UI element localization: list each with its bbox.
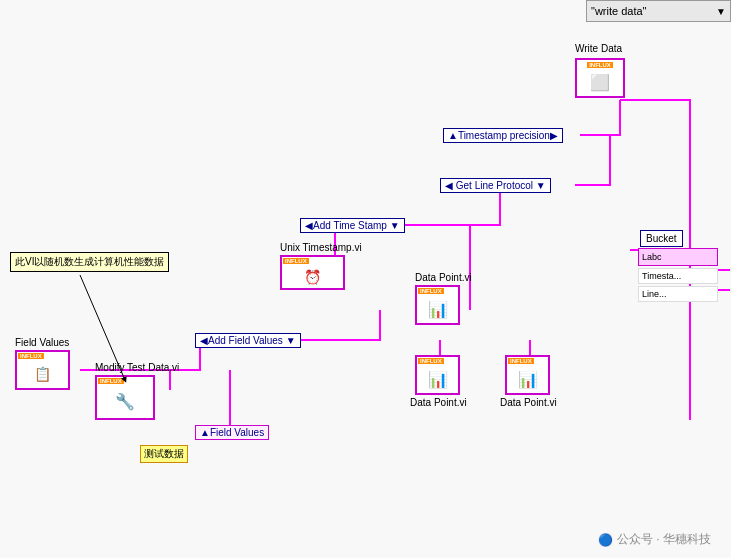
unix-timestamp-container: Unix Timestamp.vi INFLUX ⏰ [280, 255, 345, 290]
test-data-label: 测试数据 [140, 445, 188, 463]
field-values-node[interactable]: INFLUX 📋 [15, 350, 70, 390]
modify-test-node[interactable]: INFLUX 🔧 [95, 375, 155, 420]
top-bar-label: "write data" [591, 5, 716, 17]
modify-test-container: Modify Test Data.vi INFLUX 🔧 [95, 375, 155, 420]
field-values-label: Field Values [15, 337, 69, 348]
unix-icon: ⏰ [304, 269, 321, 285]
field-values-bottom-connector[interactable]: ▲Field Values [195, 425, 269, 440]
unix-badge: INFLUX [283, 258, 309, 264]
line-text: Line... [642, 289, 667, 299]
top-bar-arrow: ▼ [716, 6, 726, 17]
write-data-icon: ⬜ [590, 73, 610, 92]
get-line-protocol-label: ◀ Get Line Protocol ▼ [445, 180, 546, 191]
data-point-mid2-label: Data Point.vi [500, 397, 557, 408]
field-values-bottom-label: ▲Field Values [200, 427, 264, 438]
data-point-top-label: Data Point.vi [415, 272, 472, 283]
data-point-mid2-node[interactable]: INFLUX 📊 [505, 355, 550, 395]
annotation-box: 此VI以随机数生成计算机性能数据 [10, 252, 169, 272]
timestamp-precision-connector[interactable]: ▲Timestamp precision▶ [443, 128, 563, 143]
watermark-text: 公众号 · 华穗科技 [617, 531, 711, 548]
timestamp-text: Timesta... [642, 271, 681, 281]
top-bar[interactable]: "write data" ▼ [586, 0, 731, 22]
data-point-top-container: Data Point.vi INFLUX 📊 [415, 285, 460, 325]
write-data-container: Write Data INFLUX ⬜ [575, 58, 625, 98]
add-time-stamp-connector[interactable]: ◀Add Time Stamp ▼ [300, 218, 405, 233]
unix-timestamp-label: Unix Timestamp.vi [280, 242, 362, 253]
add-field-values-connector[interactable]: ◀Add Field Values ▼ [195, 333, 301, 348]
timestamp-line-value: Timesta... [638, 268, 718, 284]
timestamp-precision-label: ▲Timestamp precision▶ [448, 130, 558, 141]
bucket-label: Bucket [640, 230, 683, 247]
add-field-values-label: ◀Add Field Values ▼ [200, 335, 296, 346]
modify-test-label: Modify Test Data.vi [95, 362, 179, 373]
annotation-text: 此VI以随机数生成计算机性能数据 [15, 256, 164, 267]
watermark-icon: 🔵 [598, 533, 613, 547]
data-point-mid2-container: Data Point.vi INFLUX 📊 [505, 355, 550, 395]
watermark: 🔵 公众号 · 华穗科技 [598, 531, 711, 548]
data-point-mid1-container: Data Point.vi INFLUX 📊 [415, 355, 460, 395]
unix-timestamp-node[interactable]: INFLUX ⏰ [280, 255, 345, 290]
bucket-value[interactable]: Labc [638, 248, 718, 266]
field-values-container: Field Values INFLUX 📋 [15, 350, 70, 390]
canvas: "write data" ▼ Write D [0, 0, 731, 558]
write-data-badge: INFLUX [587, 62, 613, 68]
data-point-mid1-node[interactable]: INFLUX 📊 [415, 355, 460, 395]
write-data-label: Write Data [575, 43, 622, 54]
get-line-protocol-connector[interactable]: ◀ Get Line Protocol ▼ [440, 178, 551, 193]
line-label-value: Line... [638, 286, 718, 302]
add-time-stamp-label: ◀Add Time Stamp ▼ [305, 220, 400, 231]
data-point-top-node[interactable]: INFLUX 📊 [415, 285, 460, 325]
write-data-node[interactable]: INFLUX ⬜ [575, 58, 625, 98]
data-point-mid1-label: Data Point.vi [410, 397, 467, 408]
